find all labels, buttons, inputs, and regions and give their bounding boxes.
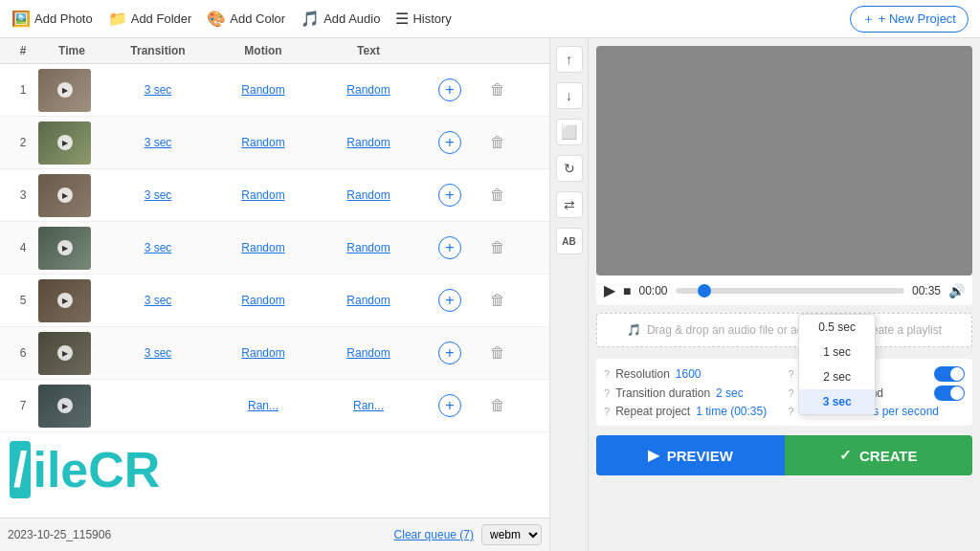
time-link[interactable]: 3 sec — [105, 136, 211, 149]
duration-option-3[interactable]: 3 sec — [799, 389, 875, 414]
preview-play-icon: ▶ — [648, 447, 659, 464]
center-controls: ↑ ↓ ⬜ ↻ ⇄ AB — [550, 38, 589, 551]
add-text-button[interactable]: + — [438, 236, 461, 259]
blur-toggle[interactable] — [934, 386, 965, 401]
transition-link[interactable]: Random — [211, 136, 316, 149]
progress-thumb[interactable] — [698, 284, 711, 298]
photo-thumbnail[interactable]: ▶ — [38, 174, 91, 217]
time-link[interactable]: 3 sec — [105, 188, 211, 202]
rotate-button[interactable]: ↻ — [556, 155, 583, 182]
transition-value[interactable]: 2 sec — [716, 386, 744, 400]
row-number: 3 — [8, 188, 38, 202]
duration-option-2[interactable]: 2 sec — [799, 364, 875, 389]
photo-thumbnail[interactable]: ▶ — [38, 121, 91, 165]
col-add — [421, 44, 479, 57]
settings-grid: ? Resolution 1600 ? Scale to fit ? Trans… — [596, 359, 972, 426]
transition-help-icon[interactable]: ? — [604, 387, 610, 399]
delete-row-button[interactable]: 🗑 — [479, 239, 517, 256]
delete-row-button[interactable]: 🗑 — [479, 344, 517, 362]
clear-queue-button[interactable]: Clear queue (7) — [394, 528, 474, 541]
play-icon[interactable]: ▶ — [57, 293, 73, 308]
move-up-button[interactable]: ↑ — [556, 46, 583, 73]
motion-link[interactable]: Random — [316, 294, 421, 307]
scale-toggle[interactable] — [934, 366, 965, 382]
video-controls: ▶ ■ 00:00 00:35 🔊 — [596, 276, 972, 305]
history-button[interactable]: ☰ History — [395, 10, 451, 28]
transition-label: Transition duration — [615, 386, 710, 400]
duration-option-1[interactable]: 1 sec — [799, 340, 875, 364]
delete-row-button[interactable]: 🗑 — [479, 397, 517, 414]
play-icon[interactable]: ▶ — [57, 345, 73, 361]
row-number: 6 — [8, 346, 38, 360]
preview-button[interactable]: ▶ PREVIEW — [596, 435, 785, 475]
delete-row-button[interactable]: 🗑 — [479, 187, 517, 204]
repeat-label: Repeat project — [615, 405, 690, 418]
photo-thumbnail[interactable]: ▶ — [38, 385, 91, 428]
add-text-button[interactable]: + — [438, 394, 461, 417]
fps-help-icon[interactable]: ? — [789, 406, 794, 417]
play-icon[interactable]: ▶ — [57, 135, 73, 150]
add-audio-button[interactable]: 🎵 Add Audio — [301, 10, 380, 28]
add-color-button[interactable]: 🎨 Add Color — [207, 10, 285, 28]
resolution-value[interactable]: 1600 — [676, 367, 702, 381]
transition-link[interactable]: Random — [211, 188, 316, 202]
add-text-button[interactable]: + — [438, 289, 461, 312]
row-number: 1 — [8, 83, 38, 97]
repeat-value[interactable]: 1 time (00:35) — [696, 405, 767, 418]
motion-link[interactable]: Random — [316, 241, 421, 254]
add-text-button[interactable]: + — [438, 78, 461, 101]
transition-link[interactable]: Random — [211, 346, 316, 360]
transition-link[interactable]: Random — [211, 83, 316, 97]
play-icon[interactable]: ▶ — [57, 398, 73, 413]
delete-row-button[interactable]: 🗑 — [479, 134, 517, 151]
add-folder-button[interactable]: 📁 Add Folder — [108, 10, 192, 28]
play-icon[interactable]: ▶ — [57, 240, 73, 255]
transition-link[interactable]: Random — [211, 294, 316, 307]
format-select[interactable]: webm mp4 — [481, 524, 542, 545]
resolution-help-icon[interactable]: ? — [604, 368, 610, 380]
scale-help-icon[interactable]: ? — [789, 368, 794, 380]
table-body: 1 ▶ 3 sec Random Random + 🗑 2 ▶ 3 sec Ra… — [0, 64, 549, 518]
motion-link[interactable]: Random — [316, 188, 421, 202]
motion-link[interactable]: Random — [316, 83, 421, 97]
audio-drop-zone[interactable]: 🎵 Drag & drop an audio file or add audio… — [596, 313, 972, 347]
shuffle-button[interactable]: ⇄ — [556, 191, 583, 218]
play-icon[interactable]: ▶ — [57, 187, 73, 203]
volume-icon[interactable]: 🔊 — [948, 283, 965, 298]
add-text-button[interactable]: + — [438, 131, 461, 154]
progress-bar[interactable] — [676, 288, 904, 294]
time-link[interactable]: 3 sec — [105, 241, 211, 254]
play-button[interactable]: ▶ — [604, 281, 615, 299]
music-icon: 🎵 — [627, 323, 641, 337]
motion-link[interactable]: Random — [316, 136, 421, 149]
create-button[interactable]: ✓ CREATE — [785, 435, 973, 475]
table-row: 6 ▶ 3 sec Random Random + 🗑 — [0, 327, 549, 380]
photo-thumbnail[interactable]: ▶ — [38, 227, 91, 270]
duration-option-05[interactable]: 0.5 sec — [799, 315, 875, 340]
repeat-help-icon[interactable]: ? — [604, 406, 610, 417]
add-photo-button[interactable]: 🖼️ Add Photo — [11, 10, 93, 28]
transition-link[interactable]: Ran... — [211, 399, 316, 412]
transition-link[interactable]: Random — [211, 241, 316, 254]
time-link[interactable]: 3 sec — [105, 294, 211, 307]
delete-row-button[interactable]: 🗑 — [479, 81, 517, 99]
add-text-button[interactable]: + — [438, 184, 461, 207]
blur-help-icon[interactable]: ? — [789, 387, 794, 399]
delete-row-button[interactable]: 🗑 — [479, 292, 517, 309]
photo-thumbnail[interactable]: ▶ — [38, 279, 91, 322]
add-photo-icon: 🖼️ — [11, 10, 31, 28]
ab-button[interactable]: AB — [556, 228, 583, 254]
time-link[interactable]: 3 sec — [105, 346, 211, 360]
time-link[interactable]: 3 sec — [105, 83, 211, 97]
crop-button[interactable]: ⬜ — [556, 119, 583, 145]
add-text-button[interactable]: + — [438, 342, 461, 364]
move-down-button[interactable]: ↓ — [556, 82, 583, 109]
motion-link[interactable]: Random — [316, 346, 421, 360]
play-icon[interactable]: ▶ — [57, 82, 73, 98]
photo-thumbnail[interactable]: ▶ — [38, 332, 91, 375]
action-buttons: ▶ PREVIEW ✓ CREATE — [596, 435, 972, 475]
stop-button[interactable]: ■ — [623, 283, 631, 298]
new-project-button[interactable]: ＋ + New Project — [850, 6, 969, 33]
motion-link[interactable]: Ran... — [316, 399, 421, 412]
photo-thumbnail[interactable]: ▶ — [38, 69, 91, 112]
